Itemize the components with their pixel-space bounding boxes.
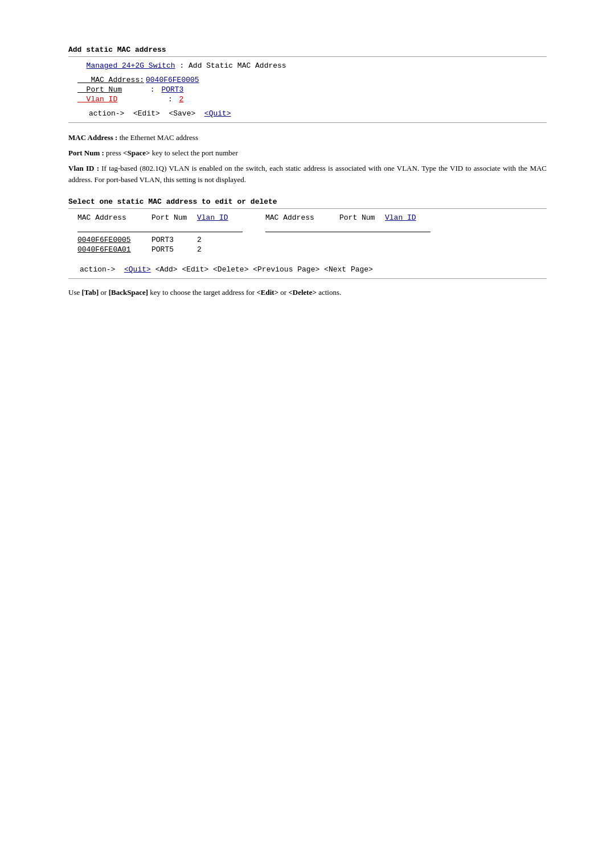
panel-header: Managed 24+2G Switch : Add Static MAC Ad… (77, 61, 538, 70)
table-row[interactable]: 0040F6FE0A01 PORT5 2 (77, 245, 538, 254)
add-action-row: action-> <Edit> <Save> <Quit> (77, 109, 538, 118)
port-label-underline: __Port Num (77, 85, 122, 94)
add-mac-section: Add static MAC address Managed 24+2G Swi… (68, 46, 547, 123)
select-action-row: action-> <Quit> <Add> <Edit> <Delete> <P… (77, 265, 538, 274)
vlan-id-value[interactable]: 2 (179, 95, 184, 104)
vlan-label-red: __Vlan ID (77, 95, 117, 104)
vlan-id-row: __Vlan ID : 2 (77, 95, 538, 104)
mac-value-2-right (265, 245, 339, 254)
vlan-value-2: 2 (197, 245, 243, 254)
port-num-value[interactable]: PORT3 (161, 85, 183, 94)
mac-address-row: __ MAC Address: 0040F6FE0005 (77, 76, 538, 84)
vlan-value-2-right (385, 245, 430, 254)
port-separator: : (146, 85, 159, 94)
col-mac-header-right: MAC Address (265, 213, 339, 222)
col-gap (243, 213, 265, 222)
mac-value-2: 0040F6FE0A01 (77, 245, 151, 254)
port-value-1-right (339, 236, 385, 244)
gap-2 (243, 245, 265, 254)
table-row[interactable]: 0040F6FE0005 PORT3 2 (77, 236, 538, 244)
port-desc-label: Port Num : (68, 149, 104, 157)
port-value-2-right (339, 245, 385, 254)
footer-text-before: Use [Tab] or [BackSpace] key to choose t… (68, 288, 341, 297)
vlan-id-label: __Vlan ID (77, 95, 146, 104)
col-vlan-header-right: Vlan ID (385, 213, 430, 222)
add-section-title: Add static MAC address (68, 46, 547, 54)
mac-description: MAC Address : the Ethernet MAC address (68, 132, 547, 144)
vlan-desc-text: If tag-based (802.1Q) VLAN is enabled on… (68, 164, 547, 184)
port-description: Port Num : press <Space> key to select t… (68, 147, 547, 159)
vlan-desc-label: Vlan ID : (68, 164, 99, 172)
col-port-header-right: Port Num (339, 213, 385, 222)
col-vlan-header-left: Vlan ID (197, 213, 243, 222)
vlan-value-1-right (385, 236, 430, 244)
select-quit-action[interactable]: <Quit> (124, 265, 151, 274)
select-mac-panel: MAC Address Port Num Vlan ID MAC Address… (68, 208, 547, 279)
select-section-title: Select one static MAC address to edit or… (68, 198, 547, 206)
select-actions-rest: <Add> <Edit> <Delete> <Previous Page> <N… (151, 265, 373, 274)
table-header-row: MAC Address Port Num Vlan ID MAC Address… (77, 213, 538, 222)
mac-value-1-right (265, 236, 339, 244)
quit-action[interactable]: <Quit> (204, 109, 231, 118)
select-mac-section: Select one static MAC address to edit or… (68, 198, 547, 279)
col-port-header-left: Port Num (151, 213, 197, 222)
mac-address-value[interactable]: 0040F6FE0005 (146, 76, 199, 84)
description-block: MAC Address : the Ethernet MAC address P… (68, 132, 547, 186)
header-divider (77, 223, 538, 232)
mac-label-underline: __ MAC Address: (77, 76, 144, 84)
panel-header-suffix: : Add Static MAC Address (175, 61, 286, 70)
gap-1 (243, 236, 265, 244)
action-label: action-> <Edit> <Save> (89, 109, 204, 118)
mac-desc-text: the Ethernet MAC address (120, 133, 198, 142)
port-num-row: __Port Num : PORT3 (77, 85, 538, 94)
mac-desc-label: MAC Address : (68, 133, 117, 142)
mac-value-1: 0040F6FE0005 (77, 236, 151, 244)
vlan-description: Vlan ID : If tag-based (802.1Q) VLAN is … (68, 163, 547, 187)
port-value-2: PORT5 (151, 245, 197, 254)
add-mac-panel: Managed 24+2G Switch : Add Static MAC Ad… (68, 56, 547, 123)
vlan-separator: : (146, 95, 177, 104)
port-desc-text: press <Space> key to select the port num… (106, 149, 238, 157)
vlan-value-1: 2 (197, 236, 243, 244)
footer-note: Use [Tab] or [BackSpace] key to choose t… (68, 288, 547, 297)
port-value-1: PORT3 (151, 236, 197, 244)
device-link[interactable]: Managed 24+2G Switch (87, 61, 175, 70)
port-num-label: __Port Num (77, 85, 146, 94)
col-mac-header-left: MAC Address (77, 213, 151, 222)
mac-address-label: __ MAC Address: (77, 76, 146, 84)
select-action-label: action-> (80, 265, 124, 274)
